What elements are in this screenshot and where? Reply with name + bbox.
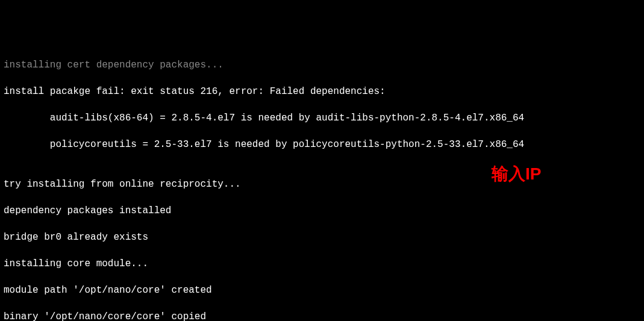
terminal-output: installing cert dependency packages... i… (4, 53, 640, 321)
terminal-line: binary '/opt/nano/core/core' copied (4, 310, 640, 321)
terminal-line: policycoreutils = 2.5-33.el7 is needed b… (4, 138, 640, 151)
terminal-line: installing cert dependency packages... (4, 58, 640, 72)
terminal-line: installing core module... (4, 257, 640, 270)
terminal-line: audit-libs(x86-64) = 2.8.5-4.el7 is need… (4, 111, 640, 125)
terminal-line: try installing from online reciprocity..… (4, 178, 640, 191)
terminal-line: install pacakge fail: exit status 216, e… (4, 85, 640, 98)
terminal-line: module path '/opt/nano/core' created (4, 284, 640, 297)
terminal-line: bridge br0 already exists (4, 231, 640, 244)
terminal-line: dependency packages installed (4, 204, 640, 217)
annotation-input-ip: 输入IP (492, 167, 541, 181)
